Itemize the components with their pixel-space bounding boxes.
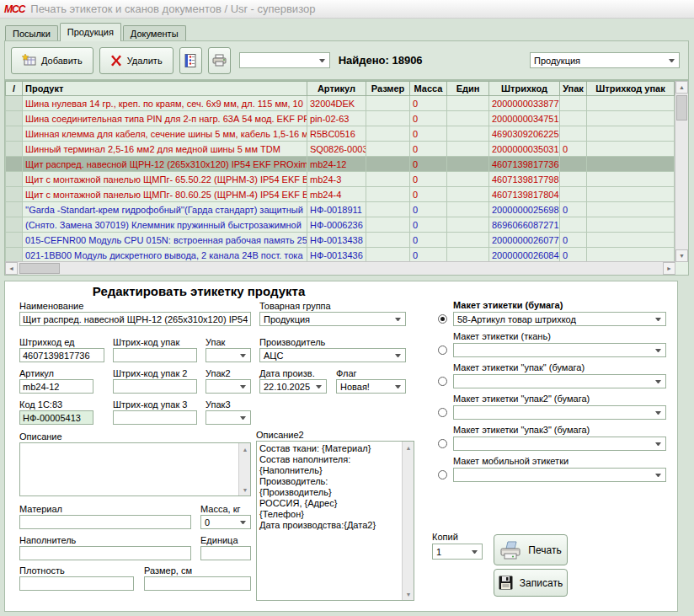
articul-field[interactable] (19, 379, 93, 394)
vertical-scroll-thumb[interactable] (676, 95, 687, 121)
cell-barcode_upak (587, 142, 675, 157)
cell-size (366, 172, 410, 187)
table-row[interactable]: (Снято. Замена 307019) Клеммник пружинны… (6, 217, 675, 233)
list-button[interactable] (179, 47, 202, 74)
size-field[interactable] (144, 576, 251, 591)
upak-combobox[interactable] (206, 348, 251, 362)
unit-field[interactable] (200, 546, 251, 560)
table-row[interactable]: Щит с монтажной панелью ЩМПг- 65.50.22 (… (6, 172, 675, 187)
cell-size (366, 233, 410, 248)
manufacturer-combobox[interactable]: АЦС (259, 348, 406, 362)
upak2-combobox[interactable] (206, 379, 251, 394)
table-row[interactable]: ''Garda -Standart-крем гидрофобный''(Гар… (6, 202, 675, 217)
description-scrollbar[interactable]: ▲ ▼ (238, 443, 250, 495)
layout-combobox[interactable] (453, 437, 666, 451)
column-header[interactable]: Продукт (23, 82, 307, 96)
scroll-down-icon[interactable]: ▼ (675, 249, 688, 262)
cell-mass: 0 (410, 142, 447, 157)
code1c-field[interactable] (19, 410, 93, 425)
search-combobox[interactable] (239, 52, 330, 68)
barcode-label: Штрихкод ед (19, 337, 74, 347)
layout-radio[interactable] (438, 345, 447, 355)
layout-combobox[interactable]: 58-Артикул товар штрихкод (453, 312, 666, 326)
print-list-button[interactable] (208, 47, 231, 74)
barcode-upak2-field[interactable] (113, 379, 197, 394)
table-row[interactable]: Щит с монтажной панелью ЩМПг- 80.60.25 (… (6, 187, 675, 202)
layout-combobox[interactable] (453, 343, 666, 357)
category-combobox[interactable]: Продукция (530, 52, 680, 68)
date-picker[interactable]: 22.10.2025 (259, 379, 327, 394)
column-header[interactable]: Един (447, 82, 489, 96)
row-marker (6, 248, 23, 263)
barcode-field[interactable] (19, 348, 104, 362)
table-horizontal-scrollbar[interactable]: ◄ ► (5, 261, 675, 275)
upak-label: Упак (206, 337, 225, 347)
layout-combobox[interactable] (453, 405, 666, 420)
cell-barcode: 2000000026084 (489, 248, 560, 263)
layout-combobox[interactable] (453, 374, 666, 388)
scroll-up-icon[interactable]: ▲ (403, 442, 414, 453)
layout-radio[interactable] (438, 439, 447, 448)
column-header[interactable]: Размер (366, 82, 410, 96)
filler-field[interactable] (19, 546, 191, 560)
table-row[interactable]: Шина нулевая 14 гр., креп. по краям, сеч… (6, 96, 675, 111)
name-field[interactable] (19, 312, 251, 326)
layout-radio[interactable] (438, 377, 447, 386)
scroll-up-icon[interactable]: ▲ (675, 81, 688, 94)
table-row[interactable]: 015-CEFNR00 Модуль CPU 015N: встроенная … (6, 233, 675, 248)
layout-radio[interactable] (438, 314, 447, 324)
upak2-label: Упак2 (206, 368, 231, 378)
table-row[interactable]: Шинная клемма для кабеля, сечение шины 5… (6, 126, 675, 142)
tab-documents[interactable]: Документы (123, 25, 186, 41)
cell-articul: SQ0826-0003 (307, 142, 366, 157)
tab-products[interactable]: Продукция (60, 23, 121, 41)
column-header[interactable]: Упак (560, 82, 587, 96)
layout-radio[interactable] (438, 408, 447, 417)
cell-unit (447, 111, 489, 126)
layout-radio[interactable] (438, 470, 447, 479)
column-header[interactable]: / (6, 82, 23, 96)
barcode-upak-field[interactable] (113, 348, 197, 362)
scroll-down-icon[interactable]: ▼ (240, 485, 250, 495)
cell-size (366, 157, 410, 172)
column-header[interactable]: Штрихкод упак (587, 82, 675, 96)
description2-scrollbar[interactable]: ▲ ▼ (402, 442, 414, 600)
column-header[interactable]: Масса (410, 82, 447, 96)
cell-upak: 0 (560, 142, 587, 157)
delete-button[interactable]: Удалить (99, 47, 174, 74)
cell-unit (447, 96, 489, 111)
cell-mass: 0 (410, 96, 447, 111)
barcode-upak3-field[interactable] (113, 410, 197, 425)
chevron-down-icon (395, 354, 401, 357)
layout-combobox[interactable] (453, 468, 666, 482)
cell-product: Шинный терминал 2,5-16 мм2 для медной ши… (23, 142, 307, 157)
print-button[interactable]: Печать (494, 534, 568, 565)
table-vertical-scrollbar[interactable]: ▲ ▼ (675, 81, 688, 262)
horizontal-scroll-thumb[interactable] (19, 263, 60, 274)
description2-textarea[interactable]: Состав ткани: {Материал} Состав наполнит… (256, 441, 414, 601)
column-header[interactable]: Штрихкод (489, 82, 560, 96)
tab-parcels[interactable]: Посылки (5, 25, 58, 41)
save-button[interactable]: Записать (494, 569, 568, 597)
table-row[interactable]: Шинный терминал 2,5-16 мм2 для медной ши… (6, 142, 675, 157)
scroll-down-icon[interactable]: ▼ (403, 589, 414, 599)
table-row[interactable]: Шина соединительная типа PIN для 2-п наг… (6, 111, 675, 126)
material-field[interactable] (19, 515, 191, 529)
upak3-combobox[interactable] (206, 410, 251, 425)
group-combobox[interactable]: Продукция (259, 312, 406, 326)
flag-combobox[interactable]: Новая! (336, 379, 406, 394)
table-row[interactable]: Щит распред. навесной ЩРН-12 (265x310x12… (6, 157, 675, 172)
description-textarea[interactable]: ▲ ▼ (19, 442, 251, 496)
density-field[interactable] (19, 576, 134, 591)
cell-upak (560, 187, 587, 202)
column-header[interactable]: Артикул (307, 82, 366, 96)
add-button[interactable]: Добавить (11, 47, 93, 74)
mass-combobox[interactable]: 0 (200, 515, 251, 529)
table-row[interactable]: 021-1BB00 Модуль дискретного вывода, 2 к… (6, 248, 675, 263)
scroll-up-icon[interactable]: ▲ (240, 444, 250, 454)
scroll-left-icon[interactable]: ◄ (5, 262, 18, 275)
cell-barcode: 4607139817736 (489, 157, 560, 172)
copies-combobox[interactable]: 1 (432, 544, 483, 560)
scroll-right-icon[interactable]: ► (663, 262, 675, 275)
chevron-down-icon (655, 380, 661, 383)
